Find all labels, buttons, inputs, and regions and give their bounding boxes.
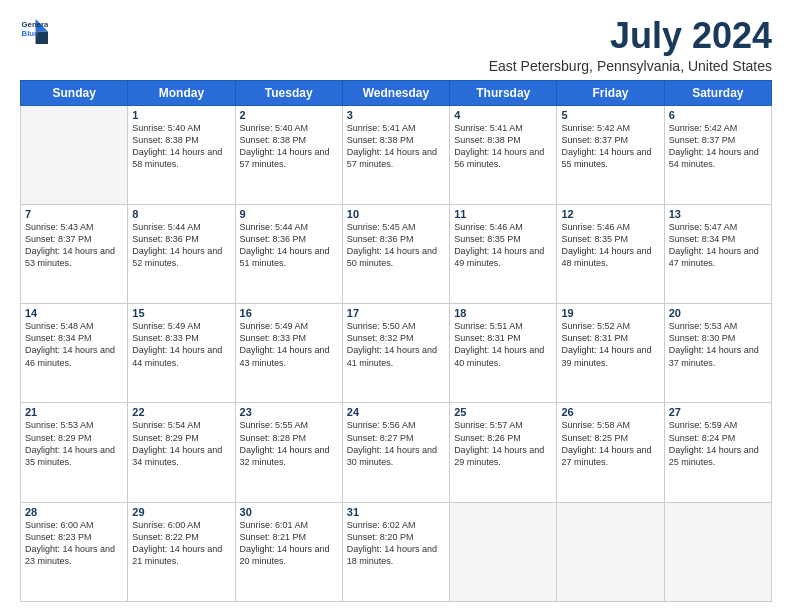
- calendar-cell-w5-d1: 28Sunrise: 6:00 AMSunset: 8:23 PMDayligh…: [21, 502, 128, 601]
- day-info: Sunrise: 5:58 AMSunset: 8:25 PMDaylight:…: [561, 419, 659, 468]
- day-info: Sunrise: 5:56 AMSunset: 8:27 PMDaylight:…: [347, 419, 445, 468]
- main-title: July 2024: [489, 16, 772, 56]
- day-number: 7: [25, 208, 123, 220]
- day-number: 10: [347, 208, 445, 220]
- day-info: Sunrise: 5:40 AMSunset: 8:38 PMDaylight:…: [240, 122, 338, 171]
- calendar-cell-w3-d3: 16Sunrise: 5:49 AMSunset: 8:33 PMDayligh…: [235, 304, 342, 403]
- day-number: 1: [132, 109, 230, 121]
- calendar-cell-w4-d1: 21Sunrise: 5:53 AMSunset: 8:29 PMDayligh…: [21, 403, 128, 502]
- calendar-cell-w2-d3: 9Sunrise: 5:44 AMSunset: 8:36 PMDaylight…: [235, 204, 342, 303]
- day-number: 29: [132, 506, 230, 518]
- header-sunday: Sunday: [21, 80, 128, 105]
- day-info: Sunrise: 5:41 AMSunset: 8:38 PMDaylight:…: [347, 122, 445, 171]
- header: General Blue July 2024 East Petersburg, …: [20, 16, 772, 74]
- day-info: Sunrise: 5:40 AMSunset: 8:38 PMDaylight:…: [132, 122, 230, 171]
- day-number: 22: [132, 406, 230, 418]
- day-info: Sunrise: 6:02 AMSunset: 8:20 PMDaylight:…: [347, 519, 445, 568]
- calendar-cell-w5-d3: 30Sunrise: 6:01 AMSunset: 8:21 PMDayligh…: [235, 502, 342, 601]
- page: General Blue July 2024 East Petersburg, …: [0, 0, 792, 612]
- calendar-cell-w1-d3: 2Sunrise: 5:40 AMSunset: 8:38 PMDaylight…: [235, 105, 342, 204]
- day-info: Sunrise: 5:59 AMSunset: 8:24 PMDaylight:…: [669, 419, 767, 468]
- calendar-cell-w5-d6: [557, 502, 664, 601]
- week-row-3: 14Sunrise: 5:48 AMSunset: 8:34 PMDayligh…: [21, 304, 772, 403]
- day-number: 6: [669, 109, 767, 121]
- day-number: 26: [561, 406, 659, 418]
- day-number: 12: [561, 208, 659, 220]
- header-tuesday: Tuesday: [235, 80, 342, 105]
- day-number: 13: [669, 208, 767, 220]
- day-number: 11: [454, 208, 552, 220]
- week-row-2: 7Sunrise: 5:43 AMSunset: 8:37 PMDaylight…: [21, 204, 772, 303]
- calendar-cell-w3-d4: 17Sunrise: 5:50 AMSunset: 8:32 PMDayligh…: [342, 304, 449, 403]
- day-info: Sunrise: 5:43 AMSunset: 8:37 PMDaylight:…: [25, 221, 123, 270]
- calendar-cell-w1-d2: 1Sunrise: 5:40 AMSunset: 8:38 PMDaylight…: [128, 105, 235, 204]
- calendar-cell-w4-d6: 26Sunrise: 5:58 AMSunset: 8:25 PMDayligh…: [557, 403, 664, 502]
- header-friday: Friday: [557, 80, 664, 105]
- day-info: Sunrise: 5:42 AMSunset: 8:37 PMDaylight:…: [669, 122, 767, 171]
- day-number: 28: [25, 506, 123, 518]
- calendar-cell-w5-d5: [450, 502, 557, 601]
- calendar-cell-w4-d3: 23Sunrise: 5:55 AMSunset: 8:28 PMDayligh…: [235, 403, 342, 502]
- logo-icon: General Blue: [20, 16, 48, 44]
- calendar-cell-w5-d2: 29Sunrise: 6:00 AMSunset: 8:22 PMDayligh…: [128, 502, 235, 601]
- day-info: Sunrise: 6:00 AMSunset: 8:22 PMDaylight:…: [132, 519, 230, 568]
- days-header-row: Sunday Monday Tuesday Wednesday Thursday…: [21, 80, 772, 105]
- day-number: 18: [454, 307, 552, 319]
- day-number: 27: [669, 406, 767, 418]
- day-number: 21: [25, 406, 123, 418]
- week-row-4: 21Sunrise: 5:53 AMSunset: 8:29 PMDayligh…: [21, 403, 772, 502]
- day-info: Sunrise: 5:46 AMSunset: 8:35 PMDaylight:…: [561, 221, 659, 270]
- day-info: Sunrise: 5:57 AMSunset: 8:26 PMDaylight:…: [454, 419, 552, 468]
- day-number: 19: [561, 307, 659, 319]
- day-info: Sunrise: 6:00 AMSunset: 8:23 PMDaylight:…: [25, 519, 123, 568]
- svg-text:General: General: [22, 20, 48, 29]
- day-info: Sunrise: 5:41 AMSunset: 8:38 PMDaylight:…: [454, 122, 552, 171]
- day-number: 24: [347, 406, 445, 418]
- day-number: 20: [669, 307, 767, 319]
- day-number: 23: [240, 406, 338, 418]
- day-info: Sunrise: 5:53 AMSunset: 8:29 PMDaylight:…: [25, 419, 123, 468]
- day-info: Sunrise: 6:01 AMSunset: 8:21 PMDaylight:…: [240, 519, 338, 568]
- calendar-cell-w2-d6: 12Sunrise: 5:46 AMSunset: 8:35 PMDayligh…: [557, 204, 664, 303]
- calendar-cell-w4-d4: 24Sunrise: 5:56 AMSunset: 8:27 PMDayligh…: [342, 403, 449, 502]
- calendar-cell-w1-d5: 4Sunrise: 5:41 AMSunset: 8:38 PMDaylight…: [450, 105, 557, 204]
- day-info: Sunrise: 5:53 AMSunset: 8:30 PMDaylight:…: [669, 320, 767, 369]
- calendar-cell-w2-d7: 13Sunrise: 5:47 AMSunset: 8:34 PMDayligh…: [664, 204, 771, 303]
- day-number: 9: [240, 208, 338, 220]
- week-row-5: 28Sunrise: 6:00 AMSunset: 8:23 PMDayligh…: [21, 502, 772, 601]
- calendar-cell-w5-d7: [664, 502, 771, 601]
- calendar-cell-w2-d2: 8Sunrise: 5:44 AMSunset: 8:36 PMDaylight…: [128, 204, 235, 303]
- day-info: Sunrise: 5:46 AMSunset: 8:35 PMDaylight:…: [454, 221, 552, 270]
- header-wednesday: Wednesday: [342, 80, 449, 105]
- day-number: 30: [240, 506, 338, 518]
- calendar-cell-w3-d7: 20Sunrise: 5:53 AMSunset: 8:30 PMDayligh…: [664, 304, 771, 403]
- day-info: Sunrise: 5:48 AMSunset: 8:34 PMDaylight:…: [25, 320, 123, 369]
- day-info: Sunrise: 5:44 AMSunset: 8:36 PMDaylight:…: [240, 221, 338, 270]
- day-info: Sunrise: 5:50 AMSunset: 8:32 PMDaylight:…: [347, 320, 445, 369]
- svg-text:Blue: Blue: [22, 29, 40, 38]
- day-number: 31: [347, 506, 445, 518]
- calendar-cell-w2-d1: 7Sunrise: 5:43 AMSunset: 8:37 PMDaylight…: [21, 204, 128, 303]
- calendar-cell-w2-d5: 11Sunrise: 5:46 AMSunset: 8:35 PMDayligh…: [450, 204, 557, 303]
- calendar-cell-w3-d2: 15Sunrise: 5:49 AMSunset: 8:33 PMDayligh…: [128, 304, 235, 403]
- week-row-1: 1Sunrise: 5:40 AMSunset: 8:38 PMDaylight…: [21, 105, 772, 204]
- logo: General Blue: [20, 16, 48, 44]
- day-number: 5: [561, 109, 659, 121]
- day-number: 4: [454, 109, 552, 121]
- day-number: 14: [25, 307, 123, 319]
- day-number: 8: [132, 208, 230, 220]
- calendar-cell-w5-d4: 31Sunrise: 6:02 AMSunset: 8:20 PMDayligh…: [342, 502, 449, 601]
- header-thursday: Thursday: [450, 80, 557, 105]
- day-info: Sunrise: 5:49 AMSunset: 8:33 PMDaylight:…: [240, 320, 338, 369]
- calendar-cell-w1-d7: 6Sunrise: 5:42 AMSunset: 8:37 PMDaylight…: [664, 105, 771, 204]
- day-info: Sunrise: 5:45 AMSunset: 8:36 PMDaylight:…: [347, 221, 445, 270]
- day-info: Sunrise: 5:49 AMSunset: 8:33 PMDaylight:…: [132, 320, 230, 369]
- day-info: Sunrise: 5:51 AMSunset: 8:31 PMDaylight:…: [454, 320, 552, 369]
- calendar-cell-w4-d5: 25Sunrise: 5:57 AMSunset: 8:26 PMDayligh…: [450, 403, 557, 502]
- subtitle: East Petersburg, Pennsylvania, United St…: [489, 58, 772, 74]
- title-area: July 2024 East Petersburg, Pennsylvania,…: [489, 16, 772, 74]
- day-number: 3: [347, 109, 445, 121]
- day-number: 16: [240, 307, 338, 319]
- day-info: Sunrise: 5:42 AMSunset: 8:37 PMDaylight:…: [561, 122, 659, 171]
- day-number: 17: [347, 307, 445, 319]
